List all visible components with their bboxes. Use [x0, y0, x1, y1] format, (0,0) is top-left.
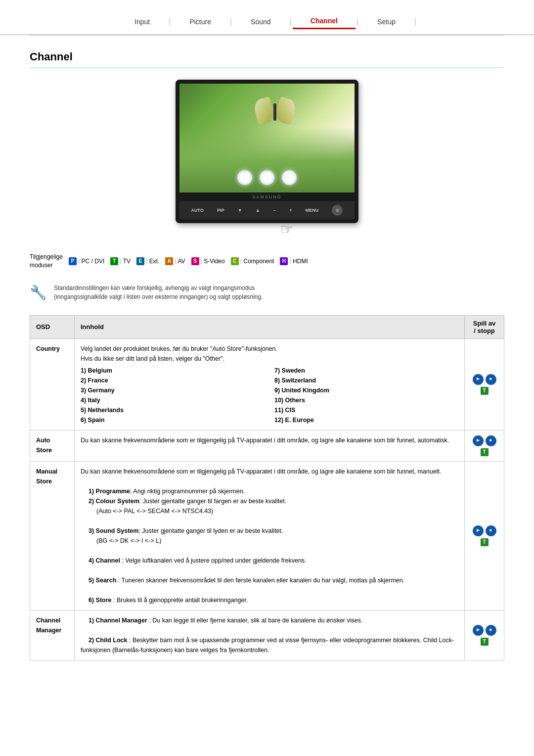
cm-1-label: 1) Channel Manager: [89, 617, 147, 624]
countries-right: 7) Sweden 8) Switzerland 9) United Kingd…: [274, 366, 458, 425]
nav-separator-3: |: [289, 17, 293, 26]
play-icon-cm: [473, 625, 484, 636]
manual-3-text: : Juster gjentatte ganger til lyden er a…: [138, 527, 283, 534]
icons-manualstore: T: [465, 461, 504, 610]
mode-av: A : AV: [165, 257, 185, 265]
stop-icon-cm: [486, 625, 496, 636]
content-country: Velg landet der produktet brukes, før du…: [75, 338, 465, 430]
svideo-label: : S-Video: [201, 258, 225, 265]
table-row-manualstore: ManualStore Du kan skanne frekvensområde…: [30, 461, 504, 610]
tv-frame: SAMSUNG AUTO PIP ▼ ▲ – + MENU ⊙: [176, 80, 358, 223]
t-badge-manual: T: [481, 538, 489, 546]
country-3: 3) Germany: [81, 385, 265, 395]
hdmi-label: : HDMI: [289, 258, 308, 265]
manual-5-label: 5) Search: [89, 577, 116, 584]
mode-tv: T : TV: [110, 257, 131, 265]
pc-dvi-icon: P: [69, 257, 77, 265]
manual-4-label: 4) Channel: [89, 557, 120, 564]
nav-item-picture[interactable]: Picture: [172, 15, 229, 29]
nav-item-channel[interactable]: Channel: [293, 14, 356, 29]
page-title: Channel: [30, 50, 504, 68]
country-grid: 1) Belgium 2) France 3) Germany 4) Italy…: [81, 366, 458, 425]
content-autostore: Du kan skanne frekvensområdene som er ti…: [75, 430, 465, 461]
page-content: Channel SAMSUNG: [0, 36, 534, 680]
flower-2: [260, 170, 274, 185]
icons-channelmanager: T: [465, 610, 504, 660]
country-12: 12) E. Europe: [274, 415, 458, 425]
tv-btn-pip[interactable]: PIP: [217, 208, 224, 213]
country-5: 5) Netherlands: [81, 405, 265, 415]
tv-btn-up[interactable]: ▲: [256, 208, 260, 213]
wing-left: [252, 96, 276, 125]
info-box: 🔧 Standardinnstillingen kan være forskje…: [30, 280, 504, 305]
content-channelmanager: 1) Channel Manager : Du kan legge til el…: [75, 610, 465, 660]
t-badge-country: T: [481, 387, 489, 395]
hand-pointer-icon: ☞: [215, 221, 358, 238]
tv-btn-source[interactable]: ⊙: [332, 205, 343, 216]
manual-2-text: : Juster gjentatte ganger til fargen er …: [139, 498, 286, 505]
tv-image-container: SAMSUNG AUTO PIP ▼ ▲ – + MENU ⊙ ☞: [30, 80, 504, 238]
nav-separator-2: |: [229, 17, 233, 26]
icons-autostore: T: [465, 430, 504, 461]
component-label: : Component: [240, 258, 274, 265]
tv-btn-auto[interactable]: AUTO: [191, 208, 204, 213]
play-row-cm: [473, 625, 496, 636]
stop-icon-1: [486, 374, 496, 385]
nav-item-input[interactable]: Input: [117, 15, 168, 29]
av-label: : AV: [175, 258, 185, 265]
table-row-channelmanager: ChannelManager 1) Channel Manager : Du k…: [30, 610, 504, 660]
tv-btn-plus[interactable]: +: [289, 208, 292, 213]
country-8: 8) Switzerland: [274, 376, 458, 385]
country-1: 1) Belgium: [81, 366, 265, 376]
country-10: 10) Others: [274, 395, 458, 405]
table-header-spillav: Spill av/ stopp: [465, 315, 504, 338]
tv-controls-bar: AUTO PIP ▼ ▲ – + MENU ⊙: [179, 201, 355, 219]
manual-3-detail: (BG <-> DK <-> I <-> L): [96, 537, 161, 544]
tv-brand-label: SAMSUNG: [252, 194, 282, 199]
t-badge-cm: T: [481, 638, 489, 646]
component-icon: C: [231, 257, 239, 265]
cm-2-label: 2) Child Lock: [89, 637, 127, 644]
flower-1: [237, 170, 252, 185]
top-navigation: Input | Picture | Sound | Channel | Setu…: [0, 0, 534, 35]
country-intro: Velg landet der produktet brukes, før du…: [81, 345, 277, 362]
manual-1-label: 1) Programme: [89, 488, 130, 495]
play-icon-auto: [473, 435, 484, 446]
nav-item-setup[interactable]: Setup: [359, 15, 413, 29]
nav-separator-1: |: [168, 17, 172, 26]
nav-separator-5: |: [413, 17, 417, 26]
country-4: 4) Italy: [81, 395, 265, 405]
nav-separator-4: |: [356, 17, 359, 26]
stop-icon-manual: [486, 525, 496, 536]
wing-right: [274, 96, 298, 125]
tv-btn-down[interactable]: ▼: [238, 208, 242, 213]
manual-1-text: : Angi riktig programnummer på skjermen.: [130, 488, 245, 495]
tv-btn-minus[interactable]: –: [273, 208, 276, 213]
manual-6-text: : Brukes til å gjenopprette antall bruke…: [112, 597, 248, 604]
country-2: 2) France: [81, 376, 265, 385]
nav-item-sound[interactable]: Sound: [233, 15, 288, 29]
play-row-country: [473, 374, 496, 385]
hdmi-icon: H: [280, 257, 288, 265]
pc-dvi-label: : PC / DVI: [78, 258, 104, 265]
mode-component: C : Component: [231, 257, 274, 265]
table-row-country: Country Velg landet der produktet brukes…: [30, 338, 504, 430]
mode-svideo: S : S-Video: [191, 257, 225, 265]
play-stop-icons-cm: T: [471, 625, 498, 646]
country-9: 9) United Kingdom: [274, 385, 458, 395]
manual-2-detail: (Auto <-> PAL <-> SECAM <-> NTSC4.43): [96, 508, 213, 515]
play-icon-manual: [473, 525, 484, 536]
modes-label: Tilgjengelige moduser: [30, 253, 63, 270]
tv-icon: T: [110, 257, 118, 265]
svideo-icon: S: [191, 257, 199, 265]
modes-row: Tilgjengelige moduser P : PC / DVI T : T…: [30, 253, 504, 270]
osd-country: Country: [30, 338, 75, 430]
stop-icon-auto: [486, 435, 496, 446]
av-icon: A: [165, 257, 173, 265]
tv-bottom-bar: SAMSUNG: [179, 192, 355, 201]
play-stop-icons-manual: T: [471, 525, 498, 546]
main-table: OSD Innhold Spill av/ stopp Country Velg…: [30, 315, 504, 661]
info-person-icon: 🔧: [30, 284, 47, 301]
mode-ext: E : Ext.: [136, 257, 159, 265]
tv-btn-menu[interactable]: MENU: [306, 208, 319, 213]
